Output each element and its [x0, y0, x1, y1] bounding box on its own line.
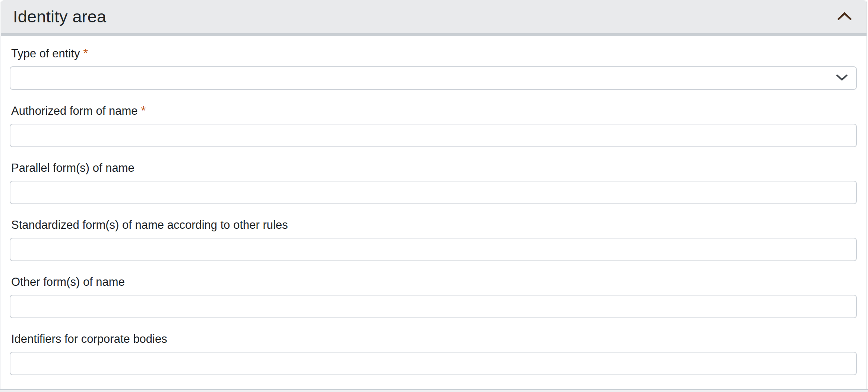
field-group-identifiers-for-corporate-bodies: Identifiers for corporate bodies: [10, 333, 857, 375]
field-label: Standardized form(s) of name according t…: [11, 219, 857, 231]
field-label: Other form(s) of name: [11, 276, 857, 288]
field-label-text: Parallel form(s) of name: [11, 161, 134, 174]
field-label-text: Type of entity: [11, 47, 80, 60]
authorized-form-of-name-input[interactable]: [10, 124, 857, 147]
field-label: Type of entity*: [11, 47, 857, 60]
field-label: Parallel form(s) of name: [11, 162, 857, 174]
field-label-text: Standardized form(s) of name according t…: [11, 218, 288, 231]
type-of-entity-select[interactable]: [10, 66, 857, 90]
field-group-type-of-entity: Type of entity*: [10, 47, 857, 90]
standardized-forms-of-name-input[interactable]: [10, 238, 857, 261]
field-group-parallel-forms-of-name: Parallel form(s) of name: [10, 162, 857, 204]
identity-area-header[interactable]: Identity area: [1, 0, 867, 36]
chevron-up-icon[interactable]: [837, 12, 852, 22]
identity-area-section: Identity area Type of entity* Authorized…: [0, 0, 867, 389]
required-asterisk: *: [83, 46, 88, 60]
field-label-text: Other form(s) of name: [11, 275, 125, 288]
parallel-forms-of-name-input[interactable]: [10, 181, 857, 204]
field-group-standardized-forms-of-name: Standardized form(s) of name according t…: [10, 219, 857, 261]
field-label-text: Authorized form of name: [11, 104, 137, 117]
type-of-entity-select-wrap: [10, 66, 857, 90]
next-section-header-edge: [0, 389, 868, 392]
field-label: Authorized form of name*: [11, 105, 857, 117]
identity-area-body: Type of entity* Authorized form of name*…: [1, 36, 867, 375]
field-group-other-forms-of-name: Other form(s) of name: [10, 276, 857, 318]
other-forms-of-name-input[interactable]: [10, 295, 857, 318]
field-group-authorized-form-of-name: Authorized form of name*: [10, 105, 857, 147]
identifiers-for-corporate-bodies-input[interactable]: [10, 352, 857, 375]
field-label-text: Identifiers for corporate bodies: [11, 332, 167, 345]
section-title: Identity area: [13, 7, 106, 26]
field-label: Identifiers for corporate bodies: [11, 333, 857, 345]
required-asterisk: *: [141, 104, 146, 117]
